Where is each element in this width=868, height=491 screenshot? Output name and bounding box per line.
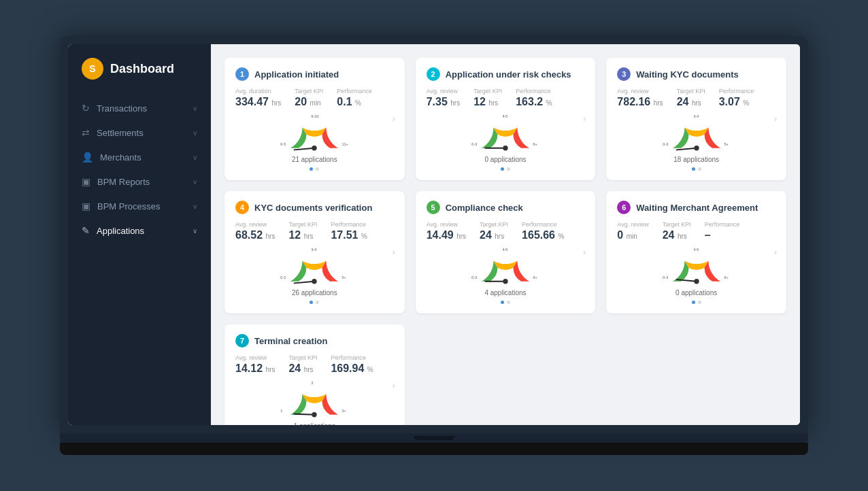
svg-text:0-3: 0-3 xyxy=(663,142,668,146)
avg-label: Avg. review xyxy=(617,221,648,228)
nav-label: Settlements xyxy=(97,128,144,138)
avg-metric: Avg. review 0 min xyxy=(617,221,648,241)
nav-item-left: ▣ BPM Reports xyxy=(82,176,150,187)
dot-2 xyxy=(507,167,510,171)
sidebar-item-applications[interactable]: ✎ Applications ∨ xyxy=(68,218,211,243)
chevron-icon: ∨ xyxy=(193,178,197,186)
chevron-icon: ∨ xyxy=(193,129,197,137)
gauge-container: 0-3 4-5 6+ 0 applications xyxy=(617,247,775,297)
svg-text:1: 1 xyxy=(281,409,283,413)
svg-text:6+: 6+ xyxy=(724,275,728,280)
avg-value: 782.16 hrs xyxy=(617,96,663,108)
merchants-icon: 👤 xyxy=(82,152,93,163)
svg-text:3-4: 3-4 xyxy=(693,114,699,118)
card-header: 5 Compliance check xyxy=(427,201,585,214)
card-header: 3 Waiting KYC documents xyxy=(617,67,775,81)
bpm-processes-icon: ▣ xyxy=(82,201,90,211)
card-number: 1 xyxy=(235,67,249,81)
card-metrics: Avg. review 14.49 hrs Target KPI 24 hrs … xyxy=(427,221,585,241)
card-2: 2 Application under risk checks Avg. rev… xyxy=(416,58,596,180)
avg-value: 334.47 hrs xyxy=(235,96,281,108)
svg-text:4-5: 4-5 xyxy=(502,248,507,252)
sidebar-item-transactions[interactable]: ↻ Transactions ∨ xyxy=(68,96,211,120)
target-label: Target KPI xyxy=(473,88,502,95)
avg-metric: Avg. review 68.52 hrs xyxy=(235,221,275,241)
svg-text:11+: 11+ xyxy=(342,142,348,146)
sidebar-item-bpm-reports[interactable]: ▣ BPM Reports ∨ xyxy=(68,169,211,194)
card-arrow-icon[interactable]: › xyxy=(774,248,777,257)
screen-inner: S Dashboard ↻ Transactions ∨ ⇄ Settlemen… xyxy=(68,44,800,425)
avg-label: Avg. review xyxy=(427,88,461,95)
target-value: 24 hrs xyxy=(288,362,317,375)
chevron-icon: ∨ xyxy=(193,105,197,112)
dot-1 xyxy=(692,167,695,171)
card-dots xyxy=(235,301,394,304)
perf-label: Performance xyxy=(337,88,372,95)
target-metric: Target KPI 24 hrs xyxy=(677,88,705,108)
sidebar-item-bpm-processes[interactable]: ▣ BPM Processes ∨ xyxy=(68,194,211,218)
perf-label: Performance xyxy=(705,221,740,228)
sidebar-item-merchants[interactable]: 👤 Merchants ∨ xyxy=(68,145,211,169)
card-header: 2 Application under risk checks xyxy=(427,67,585,81)
svg-text:6+: 6+ xyxy=(533,142,537,146)
target-metric: Target KPI 12 hrs xyxy=(473,88,502,108)
dot-1 xyxy=(692,301,695,304)
sidebar-nav: ↻ Transactions ∨ ⇄ Settlements ∨ 👤 Merch… xyxy=(68,96,211,411)
nav-label: Merchants xyxy=(100,152,141,163)
avg-value: 68.52 hrs xyxy=(235,229,275,241)
card-arrow-icon[interactable]: › xyxy=(393,381,395,390)
chevron-icon: ∨ xyxy=(193,227,197,235)
svg-text:0-2: 0-2 xyxy=(281,275,286,280)
svg-text:6-10: 6-10 xyxy=(312,114,319,118)
apps-count: 21 applications xyxy=(292,156,337,163)
avg-metric: Avg. duration 334.47 hrs xyxy=(235,88,281,108)
target-value: 24 hrs xyxy=(480,229,508,241)
target-metric: Target KPI 20 min xyxy=(295,88,323,108)
dot-1 xyxy=(501,167,504,171)
gauge-container: 0-3 4-5 6+ 4 applications xyxy=(427,247,585,297)
perf-label: Performance xyxy=(331,221,367,228)
card-metrics: Avg. review 0 min Target KPI 24 hrs Perf… xyxy=(617,221,775,241)
nav-item-left: ▣ BPM Processes xyxy=(82,201,160,211)
apps-count: 0 applications xyxy=(484,156,526,163)
target-metric: Target KPI 24 hrs xyxy=(663,221,691,241)
target-label: Target KPI xyxy=(295,88,323,95)
svg-point-31 xyxy=(312,412,317,417)
sidebar-item-settlements[interactable]: ⇄ Settlements ∨ xyxy=(68,120,211,145)
main-content[interactable]: 1 Application initiated Avg. duration 33… xyxy=(211,44,800,425)
laptop-container: S Dashboard ↻ Transactions ∨ ⇄ Settlemen… xyxy=(60,36,808,455)
avg-value: 14.49 hrs xyxy=(427,229,466,241)
card-title: Waiting Merchant Agreement xyxy=(636,203,758,213)
perf-metric: Performance 163.2 % xyxy=(516,88,552,108)
card-number: 2 xyxy=(427,67,440,81)
card-arrow-icon[interactable]: › xyxy=(583,248,586,257)
svg-text:4-5: 4-5 xyxy=(693,248,699,252)
gauge-container: 0-3 4-5 6+ 0 applications xyxy=(427,114,585,163)
target-label: Target KPI xyxy=(480,221,508,228)
card-metrics: Avg. review 14.12 hrs Target KPI 24 hrs … xyxy=(235,354,394,375)
svg-text:2: 2 xyxy=(312,381,314,385)
avg-metric: Avg. review 14.12 hrs xyxy=(235,354,275,375)
apps-count: 1 applications xyxy=(294,422,335,425)
card-arrow-icon[interactable]: › xyxy=(583,114,586,124)
gauge-container: 6-5 6-10 11+ 21 applications xyxy=(235,114,394,163)
card-dots xyxy=(617,301,775,304)
svg-point-21 xyxy=(503,279,507,284)
avg-label: Avg. review xyxy=(427,221,466,228)
dot-2 xyxy=(316,167,319,171)
card-arrow-icon[interactable]: › xyxy=(393,114,395,124)
card-arrow-icon[interactable]: › xyxy=(774,114,777,124)
settlements-icon: ⇄ xyxy=(82,127,90,138)
card-title: Compliance check xyxy=(446,203,523,213)
perf-value: – xyxy=(705,229,740,241)
gauge-container: 1 2 3+ 1 applications xyxy=(235,380,394,425)
svg-text:0-3: 0-3 xyxy=(471,142,477,146)
perf-metric: Performance – xyxy=(705,221,740,241)
svg-text:6-5: 6-5 xyxy=(281,142,286,146)
card-5: 5 Compliance check Avg. review 14.49 hrs… xyxy=(416,191,596,314)
perf-metric: Performance 165.66 % xyxy=(522,221,564,241)
card-arrow-icon[interactable]: › xyxy=(393,248,395,257)
perf-value: 163.2 % xyxy=(516,96,552,108)
avg-metric: Avg. review 7.35 hrs xyxy=(427,88,461,108)
nav-label: Applications xyxy=(97,226,144,236)
